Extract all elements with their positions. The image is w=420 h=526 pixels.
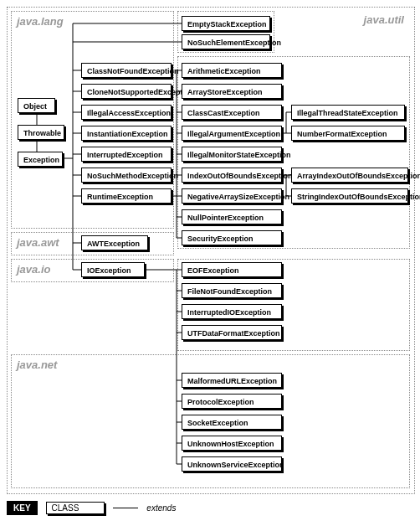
class-node: SecurityException — [182, 230, 282, 245]
pkg-label-io: java.io — [17, 263, 50, 276]
class-node: ArrayIndexOutOfBoundsException — [291, 168, 408, 183]
class-node: IndexOutOfBoundsException — [182, 168, 282, 183]
pkg-label-util: java.util — [364, 13, 404, 26]
pkg-label-awt: java.awt — [17, 236, 59, 249]
class-node: ClassCastException — [182, 105, 282, 120]
pkg-label-net: java.net — [17, 358, 57, 371]
class-node: MalformedURLException — [182, 373, 282, 388]
class-node: ArithmeticException — [182, 63, 282, 78]
class-node: IllegalMonitorStateException — [182, 147, 282, 162]
class-node: IllegalArgumentException — [182, 126, 282, 141]
class-node: EmptyStackException — [182, 16, 270, 31]
class-node: ClassNotFoundException — [81, 63, 172, 78]
class-node: CloneNotSupportedException — [81, 84, 172, 99]
class-node: InstantiationException — [81, 126, 172, 141]
legend-title: KEY — [7, 501, 38, 515]
class-node: EOFException — [182, 262, 282, 277]
class-object: Object — [18, 98, 55, 113]
class-node: StringIndexOutOfBoundsException — [291, 188, 408, 204]
pkg-label-lang: java.lang — [17, 15, 64, 28]
class-node: NoSuchMethodException — [81, 168, 172, 183]
class-node: ProtocolException — [182, 394, 282, 409]
legend-class-box: CLASS — [46, 502, 105, 514]
class-node: IllegalThreadStateException — [291, 105, 405, 120]
class-node: UTFDataFormatException — [182, 325, 282, 340]
class-node: SocketException — [182, 415, 282, 430]
class-node: IllegalAccessException — [81, 105, 172, 120]
class-node: IOException — [81, 262, 145, 277]
class-throwable: Throwable — [18, 125, 64, 140]
legend-line-icon — [113, 508, 138, 508]
class-node: RuntimeException — [81, 188, 172, 204]
class-node: InterruptedException — [81, 147, 172, 162]
class-node: AWTException — [81, 235, 148, 250]
class-node: NoSuchElementException — [182, 34, 270, 49]
class-node: NumberFormatException — [291, 126, 405, 141]
class-node: UnknownHostException — [182, 436, 282, 451]
legend: KEY CLASS extends — [7, 501, 413, 515]
legend-extends-label: extends — [146, 503, 176, 513]
class-node: UnknownServiceException — [182, 456, 282, 472]
class-node: NullPointerException — [182, 209, 282, 224]
class-exception: Exception — [18, 152, 63, 167]
class-node: NegativeArraySizeException — [182, 188, 282, 204]
class-node: ArrayStoreException — [182, 84, 282, 99]
diagram-outer: java.lang java.util java.awt java.io jav… — [7, 7, 415, 494]
class-node: InterruptedIOException — [182, 304, 282, 319]
class-node: FileNotFoundException — [182, 283, 282, 298]
